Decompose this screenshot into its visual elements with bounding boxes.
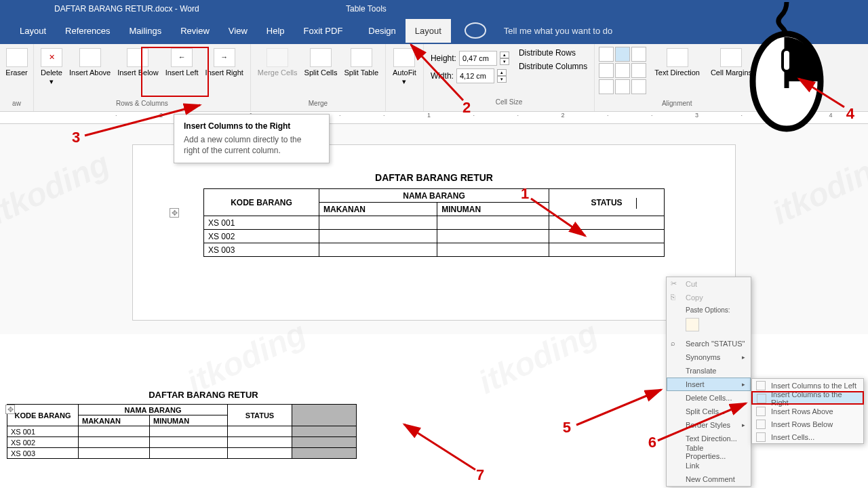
- tab-view[interactable]: View: [219, 19, 257, 43]
- textdir-icon: [671, 434, 680, 443]
- table-row: XS 001: [7, 426, 357, 437]
- insert-right-icon: →: [214, 48, 235, 67]
- tab-references[interactable]: References: [56, 19, 119, 43]
- cm-table-properties[interactable]: Table Properties...: [667, 445, 751, 459]
- eraser-icon: [6, 48, 28, 67]
- header-minuman[interactable]: MINUMAN: [437, 203, 549, 216]
- t2-header-status[interactable]: STATUS: [228, 405, 292, 426]
- t2-header-min[interactable]: MINUMAN: [150, 415, 228, 426]
- cm-paste-options[interactable]: [667, 316, 751, 337]
- insert-right-button[interactable]: →Insert Right: [203, 47, 246, 87]
- insert-left-button[interactable]: ←Insert Left: [163, 47, 201, 87]
- cm-search[interactable]: ⌕Search "STATUS": [667, 337, 751, 350]
- tab-mailings[interactable]: Mailings: [120, 19, 172, 43]
- cm-paste-label: Paste Options:: [667, 304, 751, 316]
- tooltip-title: Insert Columns to the Right: [184, 121, 319, 131]
- autofit-icon: [393, 48, 415, 67]
- insert-left-icon: ←: [171, 48, 193, 67]
- ins-cells-icon: [756, 432, 766, 442]
- cm-split-cells[interactable]: Split Cells...: [667, 405, 751, 418]
- main-table[interactable]: KODE BARANG NAMA BARANG STATUS MAKANAN M…: [203, 188, 665, 257]
- width-label: Width:: [431, 71, 454, 81]
- text-direction-button[interactable]: Text Direction: [652, 47, 703, 94]
- text-direction-icon: [667, 48, 688, 67]
- sm-insert-above[interactable]: Insert Rows Above: [752, 405, 863, 418]
- split-cells-icon: [310, 48, 332, 67]
- height-label: Height:: [431, 54, 456, 63]
- annotation-5: 5: [563, 419, 571, 436]
- comment-icon: [671, 474, 680, 484]
- cm-translate[interactable]: Translate: [667, 364, 751, 378]
- cm-delete-cells[interactable]: Delete Cells...: [667, 391, 751, 405]
- tableprops-icon: [671, 447, 680, 457]
- doc-title: DAFTAR BARANG RETUR: [167, 172, 701, 183]
- t2-new-column[interactable]: [292, 405, 357, 426]
- distribute-rows-button[interactable]: Distribute Rows: [519, 48, 587, 58]
- table-row: XS 003: [204, 243, 665, 257]
- annotation-6: 6: [648, 434, 656, 451]
- tab-review[interactable]: Review: [171, 19, 219, 43]
- width-input[interactable]: [456, 68, 494, 83]
- t2-header-nama[interactable]: NAMA BARANG: [79, 405, 228, 415]
- eraser-button[interactable]: Eraser: [3, 47, 30, 79]
- table-move-handle[interactable]: ✥: [170, 208, 179, 218]
- svg-line-9: [404, 424, 475, 470]
- insert-below-icon: [127, 48, 149, 67]
- ins-right-icon: [757, 394, 766, 403]
- table-row: XS 001: [204, 216, 665, 230]
- annotation-7: 7: [476, 466, 484, 484]
- page[interactable]: DAFTAR BARANG RETUR KODE BARANG NAMA BAR…: [132, 144, 736, 321]
- header-makanan[interactable]: MAKANAN: [319, 203, 437, 216]
- cm-text-direction[interactable]: Text Direction...: [667, 432, 751, 445]
- header-nama[interactable]: NAMA BARANG: [319, 189, 549, 203]
- header-kode[interactable]: KODE BARANG: [204, 189, 319, 216]
- header-status[interactable]: STATUS: [549, 189, 665, 216]
- alignment-grid[interactable]: [599, 47, 646, 94]
- cm-link[interactable]: Link: [667, 459, 751, 472]
- table-row: XS 002: [7, 437, 357, 448]
- cm-new-comment[interactable]: New Comment: [667, 472, 751, 486]
- split-cells-button[interactable]: Split Cells: [302, 47, 340, 79]
- insert-above-icon: [79, 48, 101, 67]
- tab-layout[interactable]: Layout: [10, 19, 56, 43]
- tooltip-body: Add a new column directly to the right o…: [184, 135, 319, 156]
- sm-insert-cells[interactable]: Insert Cells...: [752, 430, 863, 443]
- height-input[interactable]: [459, 51, 497, 66]
- table-row: XS 002: [204, 230, 665, 243]
- t2-header-kode[interactable]: KODE BARANG: [7, 405, 79, 426]
- ins-below-icon: [756, 420, 766, 429]
- insert-above-button[interactable]: Insert Above: [66, 47, 113, 87]
- doc2-title: DAFTAR BARANG RETUR: [7, 390, 400, 400]
- copy-icon: ⎘: [671, 293, 680, 302]
- cm-border-styles[interactable]: Border Styles▸: [667, 418, 751, 432]
- tab-foxit[interactable]: Foxit PDF: [294, 19, 353, 43]
- tab-design[interactable]: Design: [359, 19, 405, 43]
- distribute-columns-button[interactable]: Distribute Columns: [519, 62, 587, 71]
- ruler[interactable]: · 2 · 1 · · · 1 · · 2 · · 3 · · 4 · · 5 …: [0, 112, 868, 124]
- t2-header-mak[interactable]: MAKANAN: [79, 415, 150, 426]
- width-spinner[interactable]: ▴▾: [497, 69, 507, 83]
- cm-cut: ✂Cut: [667, 277, 751, 291]
- merge-cells-button: Merge Cells: [255, 47, 300, 79]
- cm-insert[interactable]: Insert▸: [667, 378, 751, 391]
- link-icon: [671, 461, 680, 470]
- table2-move-handle[interactable]: ✥: [5, 405, 15, 414]
- sm-insert-right[interactable]: Insert Columns to the Right: [752, 392, 863, 405]
- arrow-7: [399, 419, 479, 473]
- split-table-button[interactable]: Split Table: [341, 47, 381, 79]
- tab-help[interactable]: Help: [257, 19, 294, 43]
- cm-copy: ⎘Copy: [667, 291, 751, 304]
- insert-submenu: Insert Columns to the Left Insert Column…: [751, 378, 864, 444]
- sm-insert-below[interactable]: Insert Rows Below: [752, 418, 863, 430]
- paste-keep-source-icon[interactable]: [686, 318, 699, 331]
- tab-table-layout[interactable]: Layout: [406, 19, 451, 43]
- cm-synonyms[interactable]: Synonyms▸: [667, 350, 751, 364]
- height-spinner[interactable]: ▴▾: [500, 52, 509, 65]
- second-table[interactable]: KODE BARANG NAMA BARANG STATUS MAKANAN M…: [7, 404, 357, 459]
- translate-icon: [671, 366, 680, 375]
- tell-me-search[interactable]: Tell me what you want to do: [465, 19, 622, 43]
- second-document: ✥ DAFTAR BARANG RETUR KODE BARANG NAMA B…: [7, 390, 400, 459]
- insert-below-button[interactable]: Insert Below: [115, 47, 161, 87]
- delete-button[interactable]: ✕Delete▾: [38, 47, 65, 87]
- autofit-button[interactable]: AutoFit▾: [390, 47, 419, 87]
